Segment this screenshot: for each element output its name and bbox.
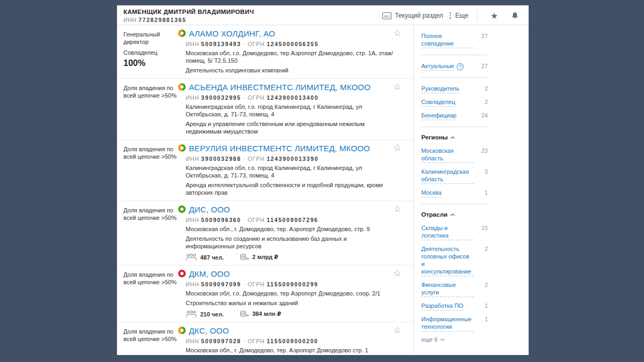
company-name-link[interactable]: ВЕРУЛИЯ ИНВЕСТМЕНТС ЛИМИТЕД, МКООО (189, 144, 370, 153)
employees-icon (186, 254, 197, 261)
filter-count: 2 (485, 85, 488, 92)
inn-value: 3900032995 (201, 94, 241, 101)
filter-count: 1 (485, 315, 488, 322)
company-row: Доля владения по всей цепочке >50% ДКС, … (117, 322, 413, 355)
chevron-up-icon (450, 136, 455, 139)
inn-value: 5009096360 (201, 217, 241, 223)
role-label: Доля владения по всей цепочке >50% (123, 206, 178, 221)
company-codes: ИНН 5009096360·ОГРН 1145009007296 (186, 217, 395, 223)
filter-row: Совладелец 2 (421, 98, 488, 107)
ogrn-label: ОГРН (248, 217, 265, 223)
filter-count: 2 (485, 281, 488, 288)
filter-link[interactable]: Совладелец (421, 98, 455, 107)
notifications-bell-icon[interactable] (508, 12, 522, 20)
toolbar-divider (477, 10, 478, 21)
company-name-link[interactable]: АСЬЕНДА ИНВЕСТМЕНТС ЛИМИТЕД, МКООО (189, 83, 371, 92)
company-row: Генеральный директорСовладелец100% АЛАМО… (117, 25, 413, 79)
dot-separator: · (244, 156, 246, 162)
company-name-link[interactable]: ДКМ, ООО (189, 269, 230, 278)
role-label: Доля владения по всей цепочке >50% (123, 328, 178, 343)
staff-value: 487 чел. (200, 254, 224, 261)
dot-separator: · (244, 217, 246, 223)
filter-link[interactable]: Бенефициар (421, 112, 456, 120)
favorite-star-icon[interactable]: ☆ (393, 326, 401, 335)
ogrn-value: 1243900013400 (267, 94, 319, 101)
company-row: Доля владения по всей цепочке >50% ДИС, … (117, 201, 413, 265)
ogrn-value: 1245000056355 (267, 41, 319, 47)
company-list: Генеральный директорСовладелец100% АЛАМО… (117, 25, 413, 354)
role-filters: Руководитель 2 Совладелец 2 Бенефициар 2… (421, 85, 488, 120)
inn-label: ИНН (186, 338, 199, 344)
show-more-link[interactable]: еще 6 (421, 336, 488, 343)
favorite-star-icon[interactable]: ☆ (393, 143, 401, 152)
inn-value: 5009097099 (201, 281, 241, 287)
actual-link[interactable]: Актуальные (421, 62, 454, 71)
company-codes: ИНН 3900032988·ОГРН 1243900013390 (186, 156, 395, 162)
svg-text:doc: doc (384, 14, 390, 18)
inn-label: ИНН (186, 41, 199, 47)
ogrn-value: 1145009007296 (267, 217, 318, 223)
favorite-star-icon[interactable]: ☆ (393, 204, 401, 213)
filter-row: Калининградская область 3 (421, 168, 488, 184)
dot-separator: · (244, 94, 246, 101)
more-button[interactable]: Еще (449, 12, 469, 19)
industries-section-header[interactable]: Отрасли (421, 211, 488, 218)
company-name-link[interactable]: ДИС, ООО (189, 205, 230, 214)
company-name-link[interactable]: АЛАМО ХОЛДИНГ, АО (189, 29, 275, 38)
filter-row: Разработка ПО 1 (421, 302, 488, 311)
company-stats: 210 чел. 384 млн ₽ (186, 311, 395, 317)
filter-link[interactable]: Калининградская область (421, 168, 474, 184)
filter-link[interactable]: Разработка ПО (421, 302, 463, 311)
filter-link[interactable]: Деятельность головных офисов и консульти… (421, 245, 474, 276)
company-row: Доля владения по всей цепочке >50% АСЬЕН… (117, 79, 413, 140)
doc-icon: doc (382, 12, 392, 20)
filter-count: 3 (485, 168, 488, 175)
kebab-menu-icon (449, 12, 452, 19)
full-match-link[interactable]: Полное совпадение (421, 32, 474, 48)
favorite-star-icon[interactable]: ☆ (393, 82, 401, 91)
filter-row: Бенефициар 24 (421, 112, 488, 120)
company-info: ДКМ, ООО ИНН 5009097099·ОГРН 11550090002… (178, 268, 413, 317)
filter-link[interactable]: Москва (421, 189, 442, 197)
filter-full-match: Полное совпадение 27 (421, 32, 488, 48)
filter-link[interactable]: Склады и логистика (421, 224, 474, 240)
filter-count: 1 (485, 302, 488, 309)
filter-link[interactable]: Руководитель (421, 85, 459, 93)
revenue-value: 384 млн ₽ (252, 311, 281, 317)
ogrn-label: ОГРН (248, 41, 265, 47)
company-activity: Аренда и управление собственным или арен… (186, 120, 395, 135)
company-codes: ИНН 5009097028·ОГРН 1155009000200 (186, 338, 395, 344)
company-address: Московская обл., г. Домодедово, тер. Аэр… (186, 225, 395, 233)
role-label: Доля владения по всей цепочке >50% (123, 84, 178, 99)
favorite-star-icon[interactable]: ☆ (393, 269, 401, 278)
chevron-down-icon (440, 338, 445, 341)
company-roles: Доля владения по всей цепочке >50% (123, 204, 178, 261)
company-codes: ИНН 5009139493·ОГРН 1245000056355 (186, 41, 395, 47)
filter-count: 24 (481, 112, 488, 119)
filter-link[interactable]: Московская область (421, 147, 474, 163)
regions-section-header[interactable]: Регионы (421, 134, 488, 141)
industries-title: Отрасли (421, 211, 448, 218)
company-codes: ИНН 5009097099·ОГРН 1155009000299 (186, 281, 395, 287)
filter-link[interactable]: Финансовые услуги (421, 281, 474, 297)
filter-link[interactable]: Информационные технологии (421, 315, 474, 331)
more-label: Еще (455, 12, 468, 19)
company-stats: 487 чел. 2 млрд ₽ (186, 254, 395, 261)
company-info: ДИС, ООО ИНН 5009096360·ОГРН 11450090072… (178, 204, 413, 261)
company-activity: Деятельность холдинговых компаний (186, 67, 395, 74)
company-info: ВЕРУЛИЯ ИНВЕСТМЕНТС ЛИМИТЕД, МКООО ИНН 3… (178, 143, 413, 196)
role-label: Генеральный директор (123, 31, 178, 46)
current-section-button[interactable]: doc Текущий раздел (382, 12, 443, 20)
help-icon[interactable]: ? (457, 63, 464, 70)
company-name-link[interactable]: ДКС, ООО (189, 326, 229, 335)
inn-label: ИНН (123, 17, 137, 23)
filter-count: 2 (485, 98, 488, 105)
filters-sidebar: Полное совпадение 27 Актуальные ? 27 Рук… (413, 25, 529, 354)
dot-separator: · (244, 41, 246, 47)
inn-value: 5009097028 (201, 338, 241, 344)
dot-separator: · (244, 338, 246, 344)
company-status-icon (178, 327, 186, 334)
favorite-star-icon[interactable]: ☆ (393, 28, 401, 38)
ogrn-value: 1155009000299 (267, 281, 318, 287)
favorites-star-icon[interactable]: ★ (486, 11, 502, 21)
